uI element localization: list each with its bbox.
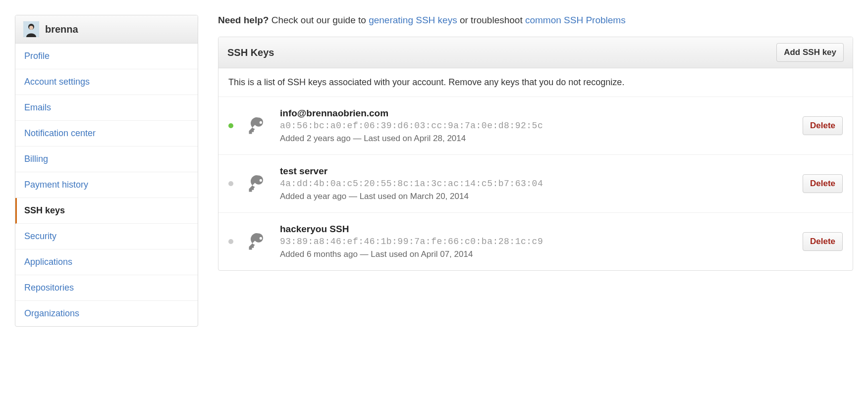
help-text-2: or troubleshoot — [457, 15, 525, 25]
sidebar-item-label: Repositories — [24, 283, 74, 293]
key-icon — [245, 173, 269, 195]
status-indicator — [228, 239, 233, 244]
ssh-key-info: test server4a:dd:4b:0a:c5:20:55:8c:1a:3c… — [280, 166, 793, 201]
sidebar-item-label: Billing — [24, 154, 48, 164]
link-common-ssh-problems[interactable]: common SSH Problems — [525, 15, 626, 25]
status-indicator — [228, 123, 233, 128]
ssh-key-meta: Added a year ago — Last used on March 20… — [280, 192, 793, 201]
ssh-key-fingerprint: a0:56:bc:a0:ef:06:39:d6:03:cc:9a:7a:0e:d… — [280, 121, 793, 131]
ssh-key-fingerprint: 4a:dd:4b:0a:c5:20:55:8c:1a:3c:ac:14:c5:b… — [280, 179, 793, 189]
add-ssh-key-button[interactable]: Add SSH key — [776, 43, 844, 62]
ssh-key-row: hackeryou SSH93:89:a8:46:ef:46:1b:99:7a:… — [218, 213, 853, 270]
ssh-key-title: test server — [280, 166, 793, 177]
sidebar-item-label: Organizations — [24, 308, 79, 318]
sidebar-item-payment-history[interactable]: Payment history — [15, 172, 198, 198]
ssh-key-list: info@brennaobrien.coma0:56:bc:a0:ef:06:3… — [218, 97, 853, 270]
delete-ssh-key-button[interactable]: Delete — [803, 116, 843, 135]
sidebar-item-profile[interactable]: Profile — [15, 44, 198, 69]
ssh-key-actions: Delete — [803, 116, 843, 135]
sidebar-item-label: Account settings — [24, 77, 90, 87]
sidebar-item-label: Applications — [24, 257, 72, 267]
help-text-1: Check out our guide to — [269, 15, 369, 25]
sidebar-item-notification-center[interactable]: Notification center — [15, 121, 198, 147]
ssh-key-row: test server4a:dd:4b:0a:c5:20:55:8c:1a:3c… — [218, 155, 853, 213]
sidebar-item-label: Payment history — [24, 180, 88, 190]
sidebar-item-label: Security — [24, 231, 56, 241]
ssh-key-title: hackeryou SSH — [280, 224, 793, 235]
link-generating-ssh-keys[interactable]: generating SSH keys — [369, 15, 457, 25]
key-icon — [245, 231, 269, 252]
ssh-key-fingerprint: 93:89:a8:46:ef:46:1b:99:7a:fe:66:c0:ba:2… — [280, 237, 793, 247]
ssh-key-info: hackeryou SSH93:89:a8:46:ef:46:1b:99:7a:… — [280, 224, 793, 259]
ssh-keys-panel: SSH Keys Add SSH key This is a list of S… — [218, 37, 853, 271]
sidebar: brenna ProfileAccount settingsEmailsNoti… — [15, 15, 198, 327]
svg-point-2 — [29, 26, 33, 30]
ssh-key-meta: Added 2 years ago — Last used on April 2… — [280, 134, 793, 144]
sidebar-username: brenna — [45, 24, 78, 35]
sidebar-item-account-settings[interactable]: Account settings — [15, 69, 198, 95]
sidebar-item-emails[interactable]: Emails — [15, 95, 198, 121]
sidebar-item-ssh-keys[interactable]: SSH keys — [15, 198, 198, 224]
ssh-key-actions: Delete — [803, 232, 843, 251]
panel-header: SSH Keys Add SSH key — [218, 37, 853, 68]
panel-description: This is a list of SSH keys associated wi… — [218, 68, 853, 97]
sidebar-header: brenna — [15, 15, 198, 44]
sidebar-item-label: SSH keys — [24, 205, 65, 215]
sidebar-item-billing[interactable]: Billing — [15, 147, 198, 172]
sidebar-item-label: Notification center — [24, 128, 96, 138]
sidebar-item-label: Emails — [24, 102, 51, 112]
ssh-key-row: info@brennaobrien.coma0:56:bc:a0:ef:06:3… — [218, 97, 853, 155]
ssh-key-meta: Added 6 months ago — Last used on April … — [280, 249, 793, 259]
status-indicator — [228, 181, 233, 186]
key-icon — [245, 115, 269, 137]
sidebar-item-repositories[interactable]: Repositories — [15, 275, 198, 301]
avatar — [23, 21, 39, 37]
panel-title: SSH Keys — [227, 47, 274, 58]
ssh-key-info: info@brennaobrien.coma0:56:bc:a0:ef:06:3… — [280, 108, 793, 144]
main-content: Need help? Check out our guide to genera… — [218, 15, 853, 271]
ssh-key-actions: Delete — [803, 174, 843, 193]
sidebar-item-applications[interactable]: Applications — [15, 249, 198, 275]
sidebar-item-organizations[interactable]: Organizations — [15, 301, 198, 326]
help-prefix: Need help? — [218, 15, 269, 25]
help-line: Need help? Check out our guide to genera… — [218, 15, 853, 26]
sidebar-item-label: Profile — [24, 51, 50, 61]
delete-ssh-key-button[interactable]: Delete — [803, 174, 843, 193]
delete-ssh-key-button[interactable]: Delete — [803, 232, 843, 251]
ssh-key-title: info@brennaobrien.com — [280, 108, 793, 119]
sidebar-item-security[interactable]: Security — [15, 224, 198, 249]
